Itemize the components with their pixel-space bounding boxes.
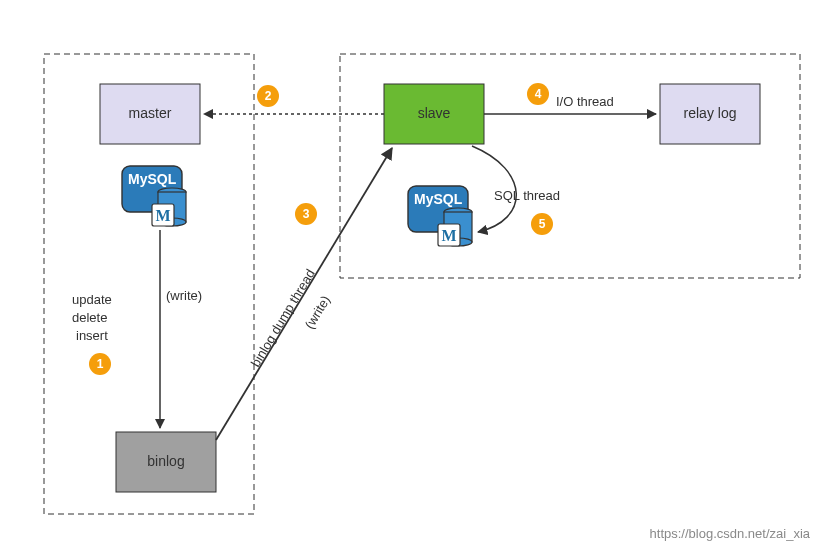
svg-text:MySQL: MySQL bbox=[128, 171, 177, 187]
step-3: 3 bbox=[295, 203, 317, 225]
svg-text:2: 2 bbox=[265, 89, 272, 103]
write2-label: (write) bbox=[302, 293, 333, 332]
ops-update: update bbox=[72, 292, 112, 307]
ops-delete: delete bbox=[72, 310, 107, 325]
svg-text:4: 4 bbox=[535, 87, 542, 101]
svg-text:MySQL: MySQL bbox=[414, 191, 463, 207]
master-label: master bbox=[129, 105, 172, 121]
svg-text:1: 1 bbox=[97, 357, 104, 371]
mysql-icon-master: MySQL M bbox=[122, 166, 186, 226]
replication-diagram: master slave relay log binlog MySQL M My… bbox=[0, 0, 816, 544]
svg-text:3: 3 bbox=[303, 207, 310, 221]
write1-label: (write) bbox=[166, 288, 202, 303]
binlog-label: binlog bbox=[147, 453, 184, 469]
svg-text:M: M bbox=[441, 227, 456, 244]
svg-text:5: 5 bbox=[539, 217, 546, 231]
step-1: 1 bbox=[89, 353, 111, 375]
ops-insert: insert bbox=[76, 328, 108, 343]
watermark: https://blog.csdn.net/zai_xia bbox=[650, 526, 811, 541]
mysql-icon-slave: MySQL M bbox=[408, 186, 472, 246]
sql-thread-label: SQL thread bbox=[494, 188, 560, 203]
io-thread-label: I/O thread bbox=[556, 94, 614, 109]
step-2: 2 bbox=[257, 85, 279, 107]
step-4: 4 bbox=[527, 83, 549, 105]
step-5: 5 bbox=[531, 213, 553, 235]
slave-label: slave bbox=[418, 105, 451, 121]
relay-log-label: relay log bbox=[684, 105, 737, 121]
svg-text:M: M bbox=[155, 207, 170, 224]
